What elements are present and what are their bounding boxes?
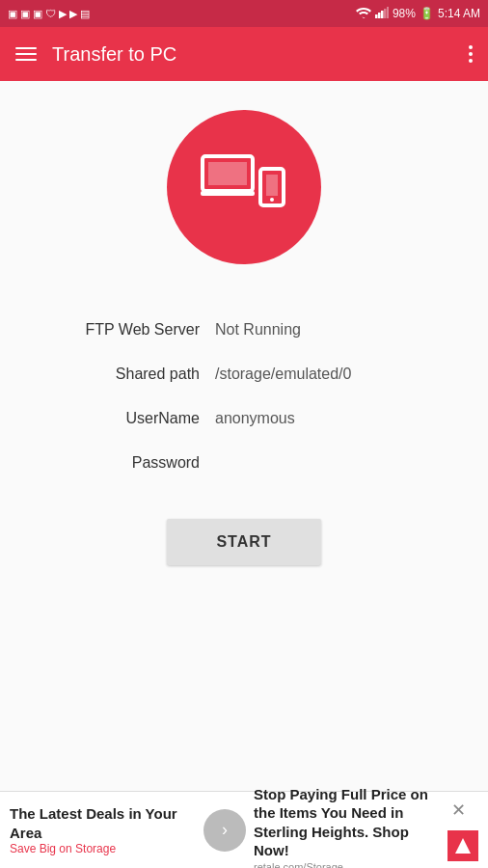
svg-rect-0: [375, 14, 378, 18]
notification-icon-4: 🛡: [45, 8, 56, 19]
svg-rect-6: [208, 162, 247, 185]
username-value: anonymous: [215, 410, 447, 427]
signal-icon: [375, 7, 389, 21]
notification-icon-3: ▣: [33, 8, 42, 20]
battery-icon: 🔋: [420, 7, 434, 20]
svg-rect-4: [387, 7, 389, 18]
ad-link: retale.com/Storage: [254, 860, 440, 868]
svg-rect-7: [201, 191, 255, 196]
svg-point-10: [270, 198, 274, 202]
toolbar: Transfer to PC: [0, 27, 488, 81]
username-label: UserName: [41, 410, 215, 427]
svg-rect-3: [384, 9, 387, 18]
info-section: FTP Web Server Not Running Shared path /…: [41, 312, 447, 480]
transfer-icon: [201, 151, 287, 223]
username-row: UserName anonymous: [41, 401, 447, 436]
ad-subtitle: Save Big on Storage: [10, 842, 196, 855]
password-row: Password: [41, 446, 447, 480]
wifi-icon: [356, 7, 371, 21]
ad-brand-icon: [447, 830, 478, 861]
notification-icon-2: ▣: [20, 8, 30, 20]
status-bar: ▣ ▣ ▣ 🛡 ▶ ▶ ▤ 98% 🔋 5:14 AM: [0, 0, 488, 27]
notification-icon-5: ▶: [59, 8, 67, 20]
start-button[interactable]: START: [167, 519, 321, 565]
notification-icon-6: ▶: [69, 8, 77, 20]
menu-button[interactable]: [15, 47, 37, 61]
ad-banner: The Latest Deals in Your Area Save Big o…: [0, 791, 488, 868]
svg-rect-2: [381, 11, 384, 18]
shared-path-value: /storage/emulated/0: [215, 366, 447, 383]
notification-icon-7: ▤: [80, 8, 90, 20]
svg-rect-9: [266, 175, 278, 196]
ad-right-title: Stop Paying Full Price on the Items You …: [254, 785, 440, 860]
shared-path-label: Shared path: [41, 366, 215, 383]
app-icon-circle: [167, 110, 321, 264]
ad-close-button[interactable]: ✕: [447, 796, 470, 825]
password-label: Password: [41, 454, 215, 472]
main-content: FTP Web Server Not Running Shared path /…: [0, 81, 488, 791]
page-title: Transfer to PC: [52, 43, 453, 66]
ftp-server-row: FTP Web Server Not Running: [41, 312, 447, 347]
svg-rect-1: [378, 13, 381, 18]
ad-title: The Latest Deals in Your Area: [10, 804, 196, 842]
notification-icon-1: ▣: [8, 8, 17, 20]
status-icons: ▣ ▣ ▣ 🛡 ▶ ▶ ▤: [8, 8, 90, 20]
ad-right-content: Stop Paying Full Price on the Items You …: [254, 785, 440, 868]
shared-path-row: Shared path /storage/emulated/0: [41, 357, 447, 392]
time-display: 5:14 AM: [438, 7, 480, 20]
status-right: 98% 🔋 5:14 AM: [356, 7, 480, 21]
ftp-server-label: FTP Web Server: [41, 321, 215, 339]
battery-text: 98%: [393, 7, 416, 20]
ftp-server-value: Not Running: [215, 321, 447, 339]
more-options-button[interactable]: [469, 45, 473, 63]
ad-left-content: The Latest Deals in Your Area Save Big o…: [10, 804, 196, 855]
ad-arrow-button[interactable]: ›: [203, 809, 246, 852]
